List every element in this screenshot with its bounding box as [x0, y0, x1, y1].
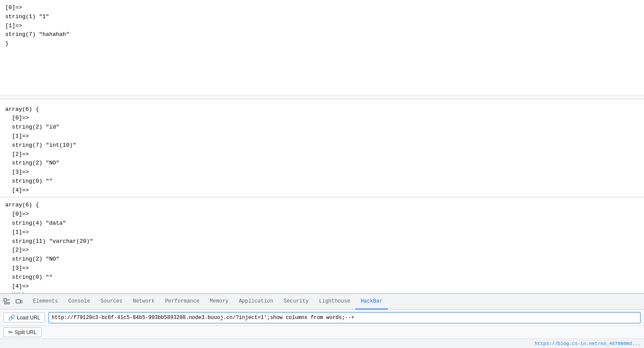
- devtools-tabs-bar: Elements Console Sources Network Perform…: [0, 294, 644, 309]
- load-url-icon: 🔗: [8, 314, 15, 321]
- tab-memory[interactable]: Memory: [205, 294, 234, 309]
- svg-rect-0: [4, 299, 7, 301]
- device-toggle-icon[interactable]: [14, 296, 24, 307]
- inspect-icon[interactable]: [2, 296, 12, 307]
- devtools-panel: Elements Console Sources Network Perform…: [0, 293, 644, 348]
- divider-1: [0, 99, 644, 99]
- url-input[interactable]: [49, 312, 641, 323]
- tab-console[interactable]: Console: [63, 294, 95, 309]
- code-output-3: array(6) { [0]=> string(4) "data" [1]=> …: [0, 197, 644, 293]
- tab-security[interactable]: Security: [279, 294, 314, 309]
- tab-network[interactable]: Network: [127, 294, 159, 309]
- status-url: https://blog.cs-in.net/no_4679900d...: [535, 341, 641, 346]
- code-output-2: array(6) { [0]=> string(2) "id" [1]=> st…: [0, 102, 644, 198]
- tab-application[interactable]: Application: [234, 294, 278, 309]
- hackbar-split-row: ✂ Split URL: [0, 326, 644, 338]
- hackbar-load-row: 🔗 Load URL: [0, 309, 644, 326]
- code-output: [0]=> string(1) "1" [1]=> string(7) "hah…: [0, 0, 644, 96]
- svg-rect-5: [21, 300, 22, 303]
- svg-rect-4: [16, 300, 20, 303]
- split-url-button[interactable]: ✂ Split URL: [3, 327, 42, 337]
- tab-elements[interactable]: Elements: [28, 294, 63, 309]
- tab-hackbar[interactable]: HackBar: [355, 294, 387, 309]
- split-url-icon: ✂: [8, 329, 13, 335]
- load-url-button[interactable]: 🔗 Load URL: [3, 313, 45, 322]
- tab-performance[interactable]: Performance: [160, 294, 205, 309]
- status-bar: https://blog.cs-in.net/no_4679900d...: [0, 338, 644, 348]
- devtools-icons-group: [2, 296, 24, 307]
- tab-lighthouse[interactable]: Lighthouse: [314, 294, 355, 309]
- tab-sources[interactable]: Sources: [95, 294, 127, 309]
